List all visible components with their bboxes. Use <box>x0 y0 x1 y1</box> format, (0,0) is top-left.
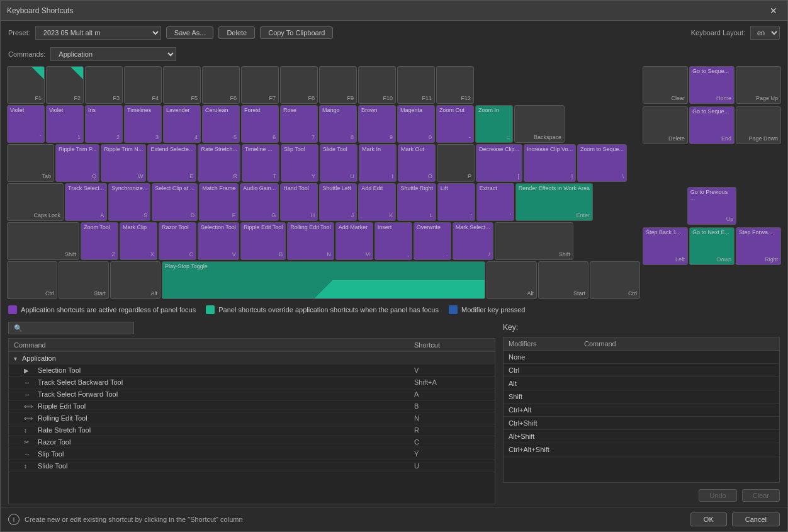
key-alt-left[interactable]: Alt <box>110 261 160 299</box>
key-right[interactable]: Step Forwa... Right <box>736 227 781 265</box>
key-x[interactable]: Mark Clip X <box>120 222 157 260</box>
key-o[interactable]: Mark Out O <box>398 144 436 182</box>
copy-clipboard-button[interactable]: Copy To Clipboard <box>260 26 333 39</box>
modifier-row-shift[interactable]: Shift <box>504 390 779 404</box>
key-bracket-open[interactable]: Decrease Clip... [ <box>476 144 522 182</box>
ok-button[interactable]: OK <box>690 512 727 526</box>
delete-button[interactable]: Delete <box>218 26 255 39</box>
table-row[interactable]: ↔ Track Select Backward Tool Shift+A <box>9 376 495 388</box>
save-as-button[interactable]: Save As... <box>166 26 214 39</box>
key-4[interactable]: Lavender 4 <box>163 105 201 143</box>
key-home[interactable]: Go to Seque... Home <box>689 66 735 104</box>
undo-button[interactable]: Undo <box>699 489 736 502</box>
key-v[interactable]: Selection Tool V <box>198 222 239 260</box>
modifier-row-ctrl[interactable]: Ctrl <box>504 364 779 377</box>
key-w[interactable]: Ripple Trim N... W <box>101 144 146 182</box>
key-a[interactable]: Track Select... A <box>65 183 107 221</box>
key-i[interactable]: Mark In I <box>359 144 397 182</box>
key-0[interactable]: Magenta 0 <box>397 105 435 143</box>
key-page-down[interactable]: Page Down <box>736 106 781 144</box>
table-row[interactable]: ↔ Track Select Forward Tool A <box>9 388 495 400</box>
key-k[interactable]: Add Edit K <box>358 183 396 221</box>
key-enter[interactable]: Render Effects in Work Area Enter <box>515 183 593 221</box>
key-clear[interactable]: Clear <box>643 66 688 104</box>
key-9[interactable]: Brown 9 <box>358 105 396 143</box>
row-shortcut-3[interactable]: B <box>414 402 490 410</box>
key-down[interactable]: Go to Next E... Down <box>689 227 735 265</box>
key-f1[interactable]: F1 <box>7 66 45 104</box>
key-l[interactable]: Shuttle Right L <box>397 183 436 221</box>
key-n[interactable]: Rolling Edit Tool N <box>287 222 334 260</box>
key-f5[interactable]: F5 <box>163 66 201 104</box>
key-comma[interactable]: Insert , <box>374 222 412 260</box>
close-button[interactable]: ✕ <box>766 4 781 17</box>
key-space[interactable]: Play-Stop Toggle Space <box>162 261 485 299</box>
key-u[interactable]: Slide Tool U <box>320 144 357 182</box>
key-f12[interactable]: F12 <box>436 66 474 104</box>
modifier-row-ctrl-alt-shift[interactable]: Ctrl+Alt+Shift <box>504 443 779 456</box>
table-row[interactable]: ↕ Rate Stretch Tool R <box>9 424 495 436</box>
key-7[interactable]: Rose 7 <box>280 105 318 143</box>
key-ctrl-left[interactable]: Ctrl <box>7 261 57 299</box>
table-row[interactable]: ▶ Selection Tool V <box>9 365 495 376</box>
modifier-row-ctrl-shift[interactable]: Ctrl+Shift <box>504 417 779 430</box>
key-tab[interactable]: Tab <box>7 144 54 182</box>
key-f11[interactable]: F11 <box>397 66 435 104</box>
row-shortcut-0[interactable]: V <box>414 366 490 374</box>
key-equals[interactable]: Zoom In = <box>475 105 513 143</box>
key-b[interactable]: Ripple Edit Tool B <box>240 222 286 260</box>
modifier-row-ctrl-alt[interactable]: Ctrl+Alt <box>504 404 779 417</box>
key-f10[interactable]: F10 <box>358 66 396 104</box>
key-semicolon[interactable]: Lift ; <box>437 183 475 221</box>
key-h[interactable]: Hand Tool H <box>280 183 318 221</box>
key-j[interactable]: Shuttle Left J <box>319 183 357 221</box>
key-minus[interactable]: Zoom Out - <box>436 105 474 143</box>
row-shortcut-6[interactable]: C <box>414 438 490 446</box>
key-bracket-close[interactable]: Increase Clip Vo... ] <box>524 144 576 182</box>
key-f8[interactable]: F8 <box>280 66 318 104</box>
key-left[interactable]: Step Back 1... Left <box>643 227 688 265</box>
key-z[interactable]: Zoom Tool Z <box>81 222 118 260</box>
key-f2[interactable]: F2 <box>46 66 84 104</box>
key-2[interactable]: Iris 2 <box>85 105 123 143</box>
search-input[interactable] <box>8 322 134 334</box>
key-y[interactable]: Slip Tool Y <box>281 144 318 182</box>
key-delete[interactable]: Delete <box>643 106 688 144</box>
key-r[interactable]: Rate Stretch... R <box>198 144 240 182</box>
key-f9[interactable]: F9 <box>319 66 357 104</box>
key-slash[interactable]: Mark Select... / <box>453 222 493 260</box>
row-shortcut-5[interactable]: R <box>414 426 490 434</box>
key-shift-right[interactable]: Shift <box>495 222 573 260</box>
key-alt-right[interactable]: Alt <box>487 261 537 299</box>
cancel-button[interactable]: Cancel <box>732 512 780 526</box>
key-start-right[interactable]: Start <box>538 261 588 299</box>
key-backtick[interactable]: Violet ` <box>7 105 45 143</box>
key-f7[interactable]: F7 <box>241 66 279 104</box>
table-row[interactable]: ✂ Razor Tool C <box>9 436 495 448</box>
table-row[interactable]: ⟺ Ripple Edit Tool B <box>9 400 495 412</box>
table-group-header[interactable]: ▾ Application <box>9 352 495 365</box>
key-q[interactable]: Ripple Trim P... Q <box>55 144 99 182</box>
key-backspace[interactable]: Backspace <box>514 105 565 143</box>
key-ctrl-right[interactable]: Ctrl <box>590 261 640 299</box>
key-backslash[interactable]: Zoom to Seque... \ <box>577 144 627 182</box>
table-row[interactable]: ↕ Slide Tool U <box>9 460 495 472</box>
row-shortcut-7[interactable]: Y <box>414 450 490 458</box>
table-row[interactable]: ↔ Slip Tool Y <box>9 448 495 460</box>
key-p[interactable]: P <box>437 144 475 182</box>
key-shift-left[interactable]: Shift <box>7 222 79 260</box>
row-shortcut-8[interactable]: U <box>414 462 490 470</box>
preset-select[interactable]: 2023 05 Mult alt m <box>35 26 161 40</box>
key-t[interactable]: Timeline ... T <box>242 144 279 182</box>
key-5[interactable]: Cerulean 5 <box>202 105 240 143</box>
key-c[interactable]: Razor Tool C <box>159 222 196 260</box>
key-d[interactable]: Select Clip at ... D <box>152 183 198 221</box>
key-f4[interactable]: F4 <box>124 66 162 104</box>
key-6[interactable]: Forest 6 <box>241 105 279 143</box>
table-row[interactable]: ⟺ Rolling Edit Tool N <box>9 412 495 424</box>
keyboard-layout-select[interactable]: en <box>750 26 780 40</box>
commands-select[interactable]: Application <box>50 47 176 61</box>
key-m[interactable]: Add Marker M <box>335 222 373 260</box>
key-f3[interactable]: F3 <box>85 66 123 104</box>
key-1[interactable]: Violet 1 <box>46 105 84 143</box>
